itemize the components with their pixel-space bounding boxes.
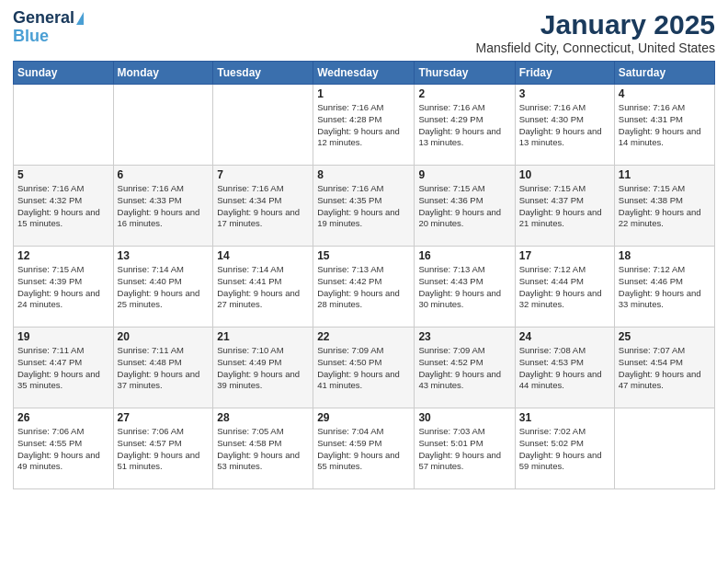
day-info: Sunrise: 7:16 AM Sunset: 4:32 PM Dayligh…: [17, 183, 109, 230]
day-number: 16: [418, 249, 510, 262]
day-info: Sunrise: 7:04 AM Sunset: 4:59 PM Dayligh…: [317, 426, 410, 473]
calendar-table: SundayMondayTuesdayWednesdayThursdayFrid…: [13, 61, 715, 489]
calendar-week-1: 1Sunrise: 7:16 AM Sunset: 4:28 PM Daylig…: [14, 85, 715, 166]
day-info: Sunrise: 7:16 AM Sunset: 4:34 PM Dayligh…: [217, 183, 309, 230]
calendar-cell: 23Sunrise: 7:09 AM Sunset: 4:52 PM Dayli…: [415, 327, 515, 408]
calendar-cell: 31Sunrise: 7:02 AM Sunset: 5:02 PM Dayli…: [515, 408, 614, 489]
calendar-cell: 20Sunrise: 7:11 AM Sunset: 4:48 PM Dayli…: [113, 327, 213, 408]
day-info: Sunrise: 7:16 AM Sunset: 4:33 PM Dayligh…: [118, 183, 210, 230]
calendar-cell: 21Sunrise: 7:10 AM Sunset: 4:49 PM Dayli…: [213, 327, 313, 408]
page-container: General Blue January 2025 Mansfield City…: [0, 0, 728, 495]
calendar-header-row: SundayMondayTuesdayWednesdayThursdayFrid…: [14, 62, 715, 85]
weekday-header-thursday: Thursday: [415, 62, 515, 85]
day-info: Sunrise: 7:16 AM Sunset: 4:31 PM Dayligh…: [619, 102, 711, 149]
calendar-cell: 19Sunrise: 7:11 AM Sunset: 4:47 PM Dayli…: [14, 327, 114, 408]
calendar-cell: 5Sunrise: 7:16 AM Sunset: 4:32 PM Daylig…: [14, 166, 114, 247]
day-number: 13: [118, 249, 210, 262]
calendar-cell: 13Sunrise: 7:14 AM Sunset: 4:40 PM Dayli…: [113, 247, 213, 327]
day-info: Sunrise: 7:07 AM Sunset: 4:54 PM Dayligh…: [619, 345, 711, 392]
weekday-header-sunday: Sunday: [14, 62, 114, 85]
logo: General Blue: [13, 9, 84, 46]
day-number: 7: [217, 168, 309, 181]
calendar-cell: 30Sunrise: 7:03 AM Sunset: 5:01 PM Dayli…: [415, 408, 515, 489]
day-info: Sunrise: 7:08 AM Sunset: 4:53 PM Dayligh…: [519, 345, 610, 392]
calendar-cell: 3Sunrise: 7:16 AM Sunset: 4:30 PM Daylig…: [515, 85, 614, 166]
calendar-cell: 17Sunrise: 7:12 AM Sunset: 4:44 PM Dayli…: [515, 247, 614, 327]
weekday-header-wednesday: Wednesday: [313, 62, 415, 85]
day-number: 12: [17, 249, 109, 262]
calendar-cell: [614, 408, 714, 489]
weekday-header-friday: Friday: [515, 62, 614, 85]
day-info: Sunrise: 7:11 AM Sunset: 4:48 PM Dayligh…: [118, 345, 210, 392]
day-number: 3: [519, 87, 610, 100]
day-info: Sunrise: 7:16 AM Sunset: 4:35 PM Dayligh…: [317, 183, 410, 230]
weekday-header-tuesday: Tuesday: [213, 62, 313, 85]
calendar-cell: 15Sunrise: 7:13 AM Sunset: 4:42 PM Dayli…: [313, 247, 415, 327]
logo-icon: [76, 12, 84, 25]
day-info: Sunrise: 7:15 AM Sunset: 4:36 PM Dayligh…: [418, 183, 510, 230]
calendar-cell: 24Sunrise: 7:08 AM Sunset: 4:53 PM Dayli…: [515, 327, 614, 408]
day-info: Sunrise: 7:10 AM Sunset: 4:49 PM Dayligh…: [217, 345, 309, 392]
day-info: Sunrise: 7:06 AM Sunset: 4:57 PM Dayligh…: [118, 426, 210, 473]
logo-text-general: General: [13, 9, 74, 28]
calendar-cell: 8Sunrise: 7:16 AM Sunset: 4:35 PM Daylig…: [313, 166, 415, 247]
day-info: Sunrise: 7:06 AM Sunset: 4:55 PM Dayligh…: [17, 426, 109, 473]
day-info: Sunrise: 7:09 AM Sunset: 4:52 PM Dayligh…: [418, 345, 510, 392]
day-number: 29: [317, 411, 410, 424]
calendar-cell: [113, 85, 213, 166]
day-number: 23: [418, 330, 510, 343]
calendar-cell: 7Sunrise: 7:16 AM Sunset: 4:34 PM Daylig…: [213, 166, 313, 247]
day-info: Sunrise: 7:02 AM Sunset: 5:02 PM Dayligh…: [519, 426, 610, 473]
calendar-week-3: 12Sunrise: 7:15 AM Sunset: 4:39 PM Dayli…: [14, 247, 715, 327]
calendar-week-4: 19Sunrise: 7:11 AM Sunset: 4:47 PM Dayli…: [14, 327, 715, 408]
calendar-cell: 4Sunrise: 7:16 AM Sunset: 4:31 PM Daylig…: [614, 85, 714, 166]
day-info: Sunrise: 7:03 AM Sunset: 5:01 PM Dayligh…: [418, 426, 510, 473]
calendar-cell: 14Sunrise: 7:14 AM Sunset: 4:41 PM Dayli…: [213, 247, 313, 327]
day-number: 17: [519, 249, 610, 262]
day-number: 21: [217, 330, 309, 343]
calendar-cell: 22Sunrise: 7:09 AM Sunset: 4:50 PM Dayli…: [313, 327, 415, 408]
day-number: 26: [17, 411, 109, 424]
calendar-cell: 11Sunrise: 7:15 AM Sunset: 4:38 PM Dayli…: [614, 166, 714, 247]
calendar-week-2: 5Sunrise: 7:16 AM Sunset: 4:32 PM Daylig…: [14, 166, 715, 247]
day-number: 8: [317, 168, 410, 181]
month-title: January 2025: [476, 9, 715, 40]
day-info: Sunrise: 7:15 AM Sunset: 4:37 PM Dayligh…: [519, 183, 610, 230]
day-info: Sunrise: 7:16 AM Sunset: 4:29 PM Dayligh…: [418, 102, 510, 149]
calendar-cell: 25Sunrise: 7:07 AM Sunset: 4:54 PM Dayli…: [614, 327, 714, 408]
calendar-cell: 10Sunrise: 7:15 AM Sunset: 4:37 PM Dayli…: [515, 166, 614, 247]
day-number: 15: [317, 249, 410, 262]
calendar-cell: 9Sunrise: 7:15 AM Sunset: 4:36 PM Daylig…: [415, 166, 515, 247]
day-info: Sunrise: 7:14 AM Sunset: 4:41 PM Dayligh…: [217, 264, 309, 311]
calendar-cell: 12Sunrise: 7:15 AM Sunset: 4:39 PM Dayli…: [14, 247, 114, 327]
day-number: 20: [118, 330, 210, 343]
day-number: 4: [619, 87, 711, 100]
day-number: 18: [619, 249, 711, 262]
logo-text-blue: Blue: [13, 28, 49, 46]
day-info: Sunrise: 7:13 AM Sunset: 4:43 PM Dayligh…: [418, 264, 510, 311]
calendar-cell: 1Sunrise: 7:16 AM Sunset: 4:28 PM Daylig…: [313, 85, 415, 166]
calendar-cell: [14, 85, 114, 166]
calendar-cell: 18Sunrise: 7:12 AM Sunset: 4:46 PM Dayli…: [614, 247, 714, 327]
calendar-cell: [213, 85, 313, 166]
day-info: Sunrise: 7:16 AM Sunset: 4:28 PM Dayligh…: [317, 102, 410, 149]
weekday-header-saturday: Saturday: [614, 62, 714, 85]
day-number: 11: [619, 168, 711, 181]
day-number: 25: [619, 330, 711, 343]
day-number: 22: [317, 330, 410, 343]
day-number: 9: [418, 168, 510, 181]
day-info: Sunrise: 7:11 AM Sunset: 4:47 PM Dayligh…: [17, 345, 109, 392]
day-number: 24: [519, 330, 610, 343]
day-number: 6: [118, 168, 210, 181]
day-info: Sunrise: 7:12 AM Sunset: 4:44 PM Dayligh…: [519, 264, 610, 311]
calendar-cell: 28Sunrise: 7:05 AM Sunset: 4:58 PM Dayli…: [213, 408, 313, 489]
calendar-cell: 16Sunrise: 7:13 AM Sunset: 4:43 PM Dayli…: [415, 247, 515, 327]
day-number: 2: [418, 87, 510, 100]
day-info: Sunrise: 7:15 AM Sunset: 4:39 PM Dayligh…: [17, 264, 109, 311]
calendar-cell: 6Sunrise: 7:16 AM Sunset: 4:33 PM Daylig…: [113, 166, 213, 247]
day-number: 30: [418, 411, 510, 424]
location-title: Mansfield City, Connecticut, United Stat…: [476, 40, 715, 55]
day-number: 14: [217, 249, 309, 262]
day-info: Sunrise: 7:12 AM Sunset: 4:46 PM Dayligh…: [619, 264, 711, 311]
calendar-cell: 27Sunrise: 7:06 AM Sunset: 4:57 PM Dayli…: [113, 408, 213, 489]
